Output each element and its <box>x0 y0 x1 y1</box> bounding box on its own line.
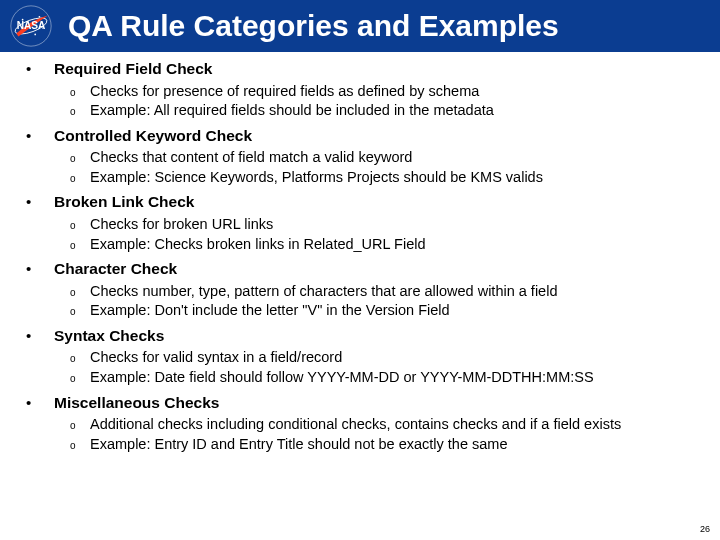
list-item: o Example: Date field should follow YYYY… <box>24 368 696 388</box>
sub-item-text: Checks number, type, pattern of characte… <box>90 282 557 302</box>
list-item: o Example: Checks broken links in Relate… <box>24 235 696 255</box>
sub-bullet-icon: o <box>70 286 90 300</box>
sub-item-text: Example: Date field should follow YYYY-M… <box>90 368 594 388</box>
sub-bullet-icon: o <box>70 239 90 253</box>
svg-point-3 <box>34 34 36 36</box>
list-item: o Additional checks including conditiona… <box>24 415 696 435</box>
section-broken-link-check: • Broken Link Check o Checks for broken … <box>24 193 696 254</box>
section-heading: Broken Link Check <box>54 193 194 212</box>
bullet-icon: • <box>24 260 54 278</box>
bullet-icon: • <box>24 394 54 412</box>
sub-bullet-icon: o <box>70 172 90 186</box>
bullet-icon: • <box>24 327 54 345</box>
svg-text:NASA: NASA <box>17 20 46 31</box>
list-item: o Checks for broken URL links <box>24 215 696 235</box>
section-heading: Syntax Checks <box>54 327 164 346</box>
sub-bullet-icon: o <box>70 86 90 100</box>
list-item: o Checks for presence of required fields… <box>24 82 696 102</box>
sub-item-text: Checks that content of field match a val… <box>90 148 412 168</box>
slide-header: NASA QA Rule Categories and Examples <box>0 0 720 52</box>
section-heading: Controlled Keyword Check <box>54 127 252 146</box>
sub-item-text: Checks for valid syntax in a field/recor… <box>90 348 342 368</box>
sub-bullet-icon: o <box>70 305 90 319</box>
sub-item-text: Example: Checks broken links in Related_… <box>90 235 426 255</box>
list-item: o Checks for valid syntax in a field/rec… <box>24 348 696 368</box>
page-number: 26 <box>700 524 710 534</box>
sub-item-text: Additional checks including conditional … <box>90 415 621 435</box>
section-syntax-checks: • Syntax Checks o Checks for valid synta… <box>24 327 696 388</box>
sub-bullet-icon: o <box>70 439 90 453</box>
sub-bullet-icon: o <box>70 372 90 386</box>
bullet-icon: • <box>24 127 54 145</box>
sub-item-text: Example: Don't include the letter "V" in… <box>90 301 450 321</box>
list-item: o Example: Science Keywords, Platforms P… <box>24 168 696 188</box>
sub-item-text: Checks for broken URL links <box>90 215 273 235</box>
list-item: o Example: Entry ID and Entry Title shou… <box>24 435 696 455</box>
sub-item-text: Example: Entry ID and Entry Title should… <box>90 435 507 455</box>
section-heading: Miscellaneous Checks <box>54 394 219 413</box>
slide-content: • Required Field Check o Checks for pres… <box>0 52 720 454</box>
sub-bullet-icon: o <box>70 219 90 233</box>
section-controlled-keyword-check: • Controlled Keyword Check o Checks that… <box>24 127 696 188</box>
section-character-check: • Character Check o Checks number, type,… <box>24 260 696 321</box>
sub-bullet-icon: o <box>70 105 90 119</box>
bullet-icon: • <box>24 193 54 211</box>
section-miscellaneous-checks: • Miscellaneous Checks o Additional chec… <box>24 394 696 455</box>
sub-item-text: Checks for presence of required fields a… <box>90 82 479 102</box>
sub-item-text: Example: All required fields should be i… <box>90 101 494 121</box>
sub-bullet-icon: o <box>70 419 90 433</box>
bullet-icon: • <box>24 60 54 78</box>
sub-bullet-icon: o <box>70 152 90 166</box>
list-item: o Example: Don't include the letter "V" … <box>24 301 696 321</box>
sub-item-text: Example: Science Keywords, Platforms Pro… <box>90 168 543 188</box>
nasa-logo-icon: NASA <box>10 5 52 47</box>
section-heading: Required Field Check <box>54 60 212 79</box>
list-item: o Example: All required fields should be… <box>24 101 696 121</box>
list-item: o Checks that content of field match a v… <box>24 148 696 168</box>
sub-bullet-icon: o <box>70 352 90 366</box>
slide-title: QA Rule Categories and Examples <box>68 9 559 43</box>
list-item: o Checks number, type, pattern of charac… <box>24 282 696 302</box>
section-required-field-check: • Required Field Check o Checks for pres… <box>24 60 696 121</box>
svg-point-2 <box>39 16 41 18</box>
section-heading: Character Check <box>54 260 177 279</box>
